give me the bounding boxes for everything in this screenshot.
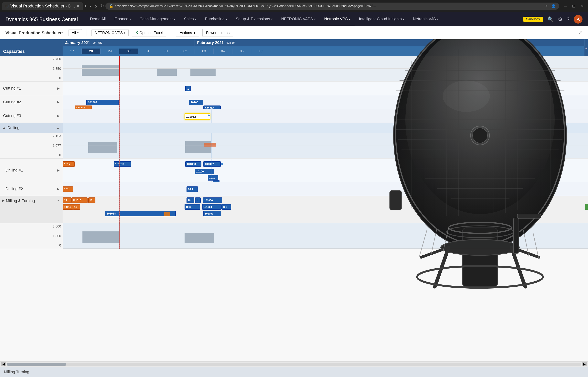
browser-controls: ‹ › ↻ <box>90 3 104 9</box>
close-window-button[interactable]: ✕ <box>579 3 586 9</box>
scroll-right-button[interactable]: ▶ <box>582 362 587 366</box>
milling-capacity-chart <box>63 223 588 249</box>
sales-chevron: ▾ <box>195 17 196 21</box>
profile-icon[interactable]: 👤 <box>551 4 556 8</box>
settings-button[interactable]: ⚙ <box>558 16 563 22</box>
scroll-left-button[interactable]: ◀ <box>1 362 6 366</box>
dashed-c1 <box>119 82 120 95</box>
job-m-10b[interactable]: 10 <box>73 204 80 210</box>
cutting3-expand-icon[interactable]: ▶ <box>57 114 59 118</box>
nav-item-finance[interactable]: Finance ▾ <box>110 12 135 26</box>
job-d1-10[interactable]: 10 <box>213 180 219 182</box>
nav-item-sales[interactable]: Sales ▾ <box>180 12 201 26</box>
gantt-row-milling-capacity: 3.600 1.800 0 <box>0 223 588 249</box>
drilling2-expand-icon[interactable]: ▶ <box>57 187 59 191</box>
job-m-101003[interactable]: 101003 <box>204 211 221 216</box>
cutting2-expand-icon[interactable]: ▶ <box>57 100 59 104</box>
help-button[interactable]: ? <box>567 16 570 22</box>
minimize-button[interactable]: ─ <box>562 3 568 9</box>
bookmark-icon[interactable]: ☆ <box>545 4 548 8</box>
milling-group-label: ▶ Milling & Turning ▲ <box>0 196 63 223</box>
refresh-button[interactable]: ↻ <box>100 3 104 9</box>
gantt-row-cutting3: Cutting #3 ▶ 101012 <box>0 109 588 123</box>
filter-dropdown[interactable]: All ▾ <box>68 29 82 36</box>
capacity-chart-overall <box>63 56 588 81</box>
nav-item-netronic-vjs[interactable]: Netronic VJS ▾ <box>408 12 443 26</box>
milling-collapse-right[interactable]: ▲ <box>57 199 59 202</box>
job-m-101018[interactable]: 101018 <box>105 211 176 216</box>
job-m-101016[interactable]: 101016 <box>71 198 88 203</box>
nav-item-demo-all[interactable]: Demo All <box>86 12 110 26</box>
job-d2-101b[interactable]: 10 1 <box>187 187 198 192</box>
expand-icon[interactable]: ⤢ <box>578 30 583 35</box>
h-scroll-track[interactable] <box>7 363 581 365</box>
job-bar-c2-101018[interactable]: 101018 <box>75 106 92 109</box>
nav-item-purchasing[interactable]: Purchasing ▾ <box>201 12 231 26</box>
capacities-header: Capacities <box>0 39 63 56</box>
h-scroll-thumb[interactable] <box>7 363 66 365</box>
job-m-10a[interactable]: 10 <box>88 198 95 203</box>
cap-bar-3 <box>191 68 215 76</box>
job-m-15[interactable]: 15 <box>63 198 71 203</box>
gantt-row-cutting2: Cutting #2 ▶ 101003 10100 101018 101008 <box>0 95 588 109</box>
back-button[interactable]: ‹ <box>90 3 92 9</box>
tab-title: Visual Production Scheduler - D... <box>10 3 75 9</box>
nav-item-intelligent-cloud[interactable]: Intelligent Cloud Insights ▾ <box>355 12 408 26</box>
toolbar-separator-1 <box>87 29 87 36</box>
tab-close-icon[interactable]: ✕ <box>77 4 79 8</box>
maximize-button[interactable]: □ <box>571 3 577 9</box>
actions-button[interactable]: Actions ▾ <box>176 29 199 37</box>
drilling-expand-right-icon[interactable]: ▲ <box>56 126 59 130</box>
job-m-101004[interactable]: 101004 <box>202 204 221 210</box>
nav-item-cash-management[interactable]: Cash Management ▾ <box>135 12 180 26</box>
search-button[interactable]: 🔍 <box>547 16 554 22</box>
browser-tab[interactable]: ⬡ Visual Production Scheduler - D... ✕ <box>2 2 83 10</box>
cap-bar-2 <box>157 69 177 76</box>
cutting1-expand-icon[interactable]: ▶ <box>57 86 59 90</box>
netronic-vps-dropdown[interactable]: NETRONIC VPS ▾ <box>91 29 129 36</box>
job-bar-c2-101003[interactable]: 101003 <box>86 100 119 105</box>
job-m-1[interactable]: 1 <box>195 198 201 203</box>
nav-item-netronic-vps[interactable]: Netronic VPS ▾ <box>320 12 355 26</box>
drilling-group-label: ▲ Drilling ▲ <box>0 123 63 133</box>
job-d1-101011[interactable]: 101011 <box>114 161 131 167</box>
job-d2-101[interactable]: 101 <box>63 187 73 192</box>
job-bar-c1-1[interactable]: 1 <box>185 86 191 91</box>
job-bar-c2-101008[interactable]: 101008 <box>204 106 221 109</box>
new-tab-button[interactable]: + <box>84 3 87 9</box>
drilling-collapse-icon[interactable]: ▲ <box>2 126 6 130</box>
job-bar-c2-10100[interactable]: 10100 <box>189 100 203 105</box>
netronic-vps-label: NETRONIC VPS <box>95 31 123 35</box>
job-m-10c[interactable]: 10 <box>187 198 194 203</box>
job-d1-handle[interactable] <box>221 163 223 165</box>
job-d1-101003[interactable]: 101003 <box>185 161 202 167</box>
job-m-101b[interactable]: 101 <box>221 204 231 210</box>
job-d1-1010[interactable]: 1010 <box>208 175 218 180</box>
fewer-options-button[interactable]: Fewer options <box>203 29 233 37</box>
user-avatar[interactable]: A <box>574 15 583 24</box>
job-m-1010[interactable]: 1010 <box>185 204 200 210</box>
milling-expand-icon[interactable]: ▶ <box>2 199 5 202</box>
forward-button[interactable]: › <box>95 3 97 9</box>
gantt-header: Capacities January 2021 Wk 05 February 2… <box>0 39 588 56</box>
drilling1-expand-icon[interactable]: ▶ <box>57 168 59 172</box>
h-scrollbar[interactable]: ◀ ▶ <box>0 361 588 367</box>
nav-items: Demo All Finance ▾ Cash Management ▾ Sal… <box>86 12 523 26</box>
job-bar-c3-101012[interactable]: 101012 <box>185 113 210 120</box>
dashed-d2 <box>119 182 120 196</box>
job-m-101006[interactable]: 101006 <box>203 198 222 203</box>
address-bar[interactable]: 🔒 navserver/NAV/?company=Demo%20System%2… <box>105 2 559 10</box>
nav-item-netronic-vaps[interactable]: NETRONIC VAPS ▾ <box>277 12 320 26</box>
browser-actions: ─ □ ✕ <box>562 3 586 9</box>
job-d1-1017[interactable]: 1017 <box>63 161 75 167</box>
today-line-dg <box>119 123 120 133</box>
nav-item-setup-extensions[interactable]: Setup & Extensions ▾ <box>231 12 277 26</box>
job-d1-101012[interactable]: 101012 <box>204 161 221 167</box>
job-handle[interactable] <box>208 114 210 117</box>
open-excel-button[interactable]: X Open in Excel <box>132 29 166 37</box>
capacity-label-overall: 2.700 1.350 0 <box>0 56 63 81</box>
job-m-10110[interactable]: 10110 <box>63 204 73 210</box>
v-scroll-top[interactable]: ▲ <box>585 39 588 56</box>
day-31: 31 <box>138 48 157 54</box>
gantt-body[interactable]: 2.700 1.350 0 <box>0 56 588 361</box>
